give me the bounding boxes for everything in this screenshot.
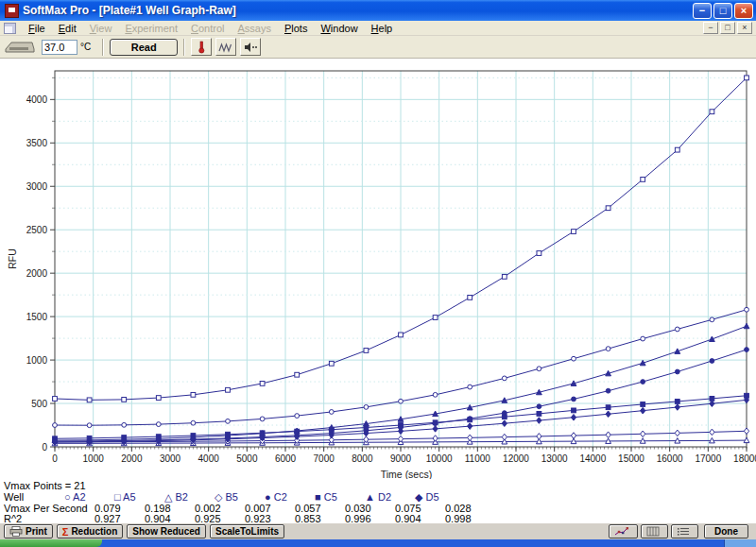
svg-text:15000: 15000 (618, 453, 644, 464)
menu-item-file[interactable]: File (22, 22, 52, 35)
legend-well-A5: □ A5 (114, 491, 136, 503)
app-icon (5, 4, 19, 18)
app-window: SoftMax Pro - [Plate#1 Well Graph-Raw] −… (0, 0, 756, 547)
close-button[interactable]: × (734, 3, 753, 19)
mdi-close-button[interactable]: × (737, 22, 752, 34)
instrument-icon (4, 40, 36, 55)
menu-item-edit[interactable]: Edit (52, 22, 83, 35)
stats-panel: Vmax Points = 21 Well ○ A2□ A5△ B2◇ B5● … (0, 479, 756, 522)
system-tray (724, 539, 756, 547)
line-chart-icon (614, 526, 632, 537)
menu-item-experiment: Experiment (118, 22, 184, 35)
svg-text:0: 0 (42, 442, 47, 453)
toolbar-separator (183, 39, 185, 56)
svg-text:RFU: RFU (7, 248, 18, 269)
menu-item-help[interactable]: Help (365, 22, 400, 35)
svg-text:3000: 3000 (160, 453, 181, 464)
reduction-button[interactable]: Σ Reduction (57, 524, 124, 538)
svg-text:17000: 17000 (695, 453, 721, 464)
svg-text:6000: 6000 (275, 453, 297, 464)
toolbar-separator (102, 39, 104, 56)
print-button[interactable]: Print (4, 524, 53, 538)
list-icon (677, 526, 693, 537)
minimize-button[interactable]: − (693, 3, 712, 19)
mdi-minimize-button[interactable]: − (703, 22, 718, 34)
svg-text:5000: 5000 (236, 453, 258, 464)
well-row-label: Well (4, 491, 24, 503)
temperature-unit-label: °C (80, 42, 91, 52)
svg-text:11000: 11000 (465, 453, 491, 464)
legend-well-D2: ▲ D2 (365, 491, 391, 503)
temperature-control-button[interactable] (191, 38, 212, 56)
svg-text:1500: 1500 (26, 312, 48, 322)
svg-text:13000: 13000 (541, 453, 568, 464)
taskbar (0, 539, 756, 547)
menu-item-control: Control (184, 22, 231, 35)
svg-text:9000: 9000 (390, 453, 412, 464)
menu-item-view: View (83, 22, 119, 35)
svg-text:12000: 12000 (503, 453, 529, 464)
show-reduced-button[interactable]: Show Reduced (127, 524, 206, 538)
svg-text:0: 0 (52, 453, 58, 464)
scale-to-limits-button[interactable]: ScaleToLimits (210, 524, 284, 538)
legend-well-A2: ○ A2 (64, 491, 86, 503)
svg-text:4000: 4000 (198, 453, 220, 464)
svg-text:3500: 3500 (26, 138, 48, 148)
shake-button[interactable] (215, 38, 236, 56)
grid-icon (646, 526, 662, 537)
svg-text:3000: 3000 (26, 181, 48, 192)
svg-text:8000: 8000 (352, 453, 373, 464)
svg-text:10000: 10000 (426, 453, 453, 464)
svg-text:16000: 16000 (657, 453, 683, 464)
menu-item-plots[interactable]: Plots (278, 22, 314, 35)
menu-items: FileEditViewExperimentControlAssaysPlots… (22, 23, 399, 34)
svg-text:7000: 7000 (314, 453, 335, 464)
menu-item-window[interactable]: Window (314, 22, 364, 35)
sigma-icon: Σ (62, 526, 69, 538)
svg-text:14000: 14000 (579, 453, 606, 464)
svg-text:1000: 1000 (83, 453, 105, 464)
temperature-input[interactable] (42, 40, 77, 55)
svg-text:4000: 4000 (26, 94, 48, 105)
vmax-points-label: Vmax Points = 21 (4, 480, 86, 491)
legend-well-C2: ● C2 (265, 491, 287, 503)
list-view-button[interactable] (671, 524, 698, 538)
read-button[interactable]: Read (110, 39, 178, 56)
speaker-button[interactable] (240, 38, 261, 56)
main-toolbar: °C Read (0, 36, 756, 59)
window-title: SoftMax Pro - [Plate#1 Well Graph-Raw] (23, 4, 691, 17)
thermometer-icon (196, 41, 207, 54)
menu-item-assays: Assays (232, 22, 278, 35)
plate-view-button[interactable] (641, 524, 668, 538)
svg-text:2000: 2000 (121, 453, 143, 464)
svg-text:2500: 2500 (26, 225, 48, 235)
waveform-icon (218, 42, 233, 53)
speaker-icon (243, 42, 258, 53)
svg-text:500: 500 (31, 399, 47, 409)
title-bar: SoftMax Pro - [Plate#1 Well Graph-Raw] −… (0, 0, 756, 21)
restore-button[interactable]: □ (713, 3, 732, 19)
svg-text:18000: 18000 (733, 453, 756, 464)
bottom-toolbar: Print Σ Reduction Show Reduced ScaleToLi… (0, 522, 756, 539)
well-graph: 0100020003000400050006000700080009000100… (0, 59, 756, 479)
legend-well-C5: ■ C5 (315, 491, 337, 503)
mdi-window-controls: − □ × (701, 22, 752, 34)
graph-view-button[interactable] (609, 524, 638, 538)
done-button[interactable]: Done (704, 524, 748, 538)
start-button[interactable] (0, 539, 102, 547)
printer-icon (9, 526, 26, 537)
svg-text:2000: 2000 (26, 268, 48, 279)
svg-text:1000: 1000 (26, 355, 48, 366)
menu-bar: FileEditViewExperimentControlAssaysPlots… (0, 21, 756, 36)
document-icon (4, 23, 16, 34)
mdi-restore-button[interactable]: □ (720, 22, 735, 34)
svg-text:Time (secs): Time (secs) (381, 469, 432, 479)
